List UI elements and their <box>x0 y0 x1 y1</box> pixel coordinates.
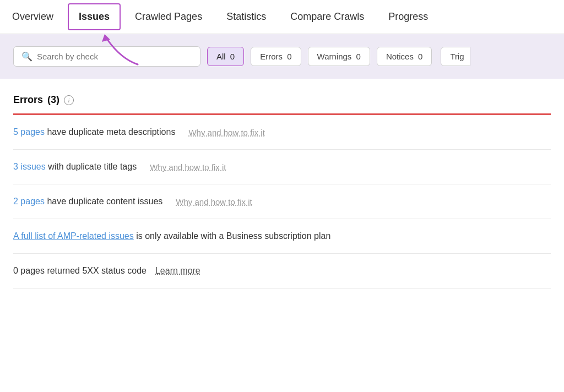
nav-item-crawled-pages[interactable]: Crawled Pages <box>123 1 214 32</box>
issue-text-1: 5 pages have duplicate meta descriptions <box>13 127 175 137</box>
search-input[interactable] <box>37 52 192 61</box>
nav-item-overview[interactable]: Overview <box>0 1 66 32</box>
filter-all-button[interactable]: All 0 <box>207 47 244 66</box>
info-icon[interactable]: i <box>64 95 74 105</box>
nav-item-progress[interactable]: Progress <box>376 1 440 32</box>
issue-row: 0 pages returned 5XX status code Learn m… <box>13 254 551 288</box>
section-title: Errors <box>13 94 43 106</box>
issue-link-2[interactable]: 3 issues <box>13 162 46 171</box>
issue-link-3[interactable]: 2 pages <box>13 197 45 206</box>
issue-text-5: 0 pages returned 5XX status code <box>13 266 147 276</box>
why-link-2[interactable]: Why and how to fix it <box>150 162 226 172</box>
nav-item-statistics[interactable]: Statistics <box>214 1 278 32</box>
section-count: (3) <box>47 94 59 106</box>
nav-bar: Overview Issues Crawled Pages Statistics… <box>0 0 564 34</box>
issue-text-4: A full list of AMP-related issues is onl… <box>13 231 330 241</box>
main-content: Errors (3) i 5 pages have duplicate meta… <box>0 79 564 288</box>
section-header: Errors (3) i <box>13 94 551 106</box>
filter-notices-button[interactable]: Notices 0 <box>377 47 432 66</box>
filter-warnings-button[interactable]: Warnings 0 <box>308 47 370 66</box>
search-icon: 🔍 <box>21 51 32 62</box>
search-box: 🔍 <box>13 46 200 67</box>
issue-row: A full list of AMP-related issues is onl… <box>13 219 551 254</box>
filter-trig-button[interactable]: Trig <box>441 47 470 66</box>
issue-text-3: 2 pages have duplicate content issues <box>13 197 162 206</box>
filter-errors-button[interactable]: Errors 0 <box>251 47 301 66</box>
nav-item-issues[interactable]: Issues <box>68 3 121 30</box>
learn-more-link[interactable]: Learn more <box>155 266 200 276</box>
issue-row: 5 pages have duplicate meta descriptions… <box>13 115 551 150</box>
issue-row: 3 issues with duplicate title tags Why a… <box>13 150 551 184</box>
issue-text-2: 3 issues with duplicate title tags <box>13 162 137 172</box>
filter-strip: 🔍 All 0 Errors 0 Warnings 0 Notices 0 Tr… <box>0 34 564 79</box>
nav-item-compare-crawls[interactable]: Compare Crawls <box>278 1 376 32</box>
why-link-3[interactable]: Why and how to fix it <box>176 197 252 206</box>
why-link-1[interactable]: Why and how to fix it <box>188 128 264 137</box>
amp-link[interactable]: A full list of AMP-related issues <box>13 231 134 241</box>
issue-link-1[interactable]: 5 pages <box>13 127 45 137</box>
issue-row: 2 pages have duplicate content issues Wh… <box>13 184 551 219</box>
